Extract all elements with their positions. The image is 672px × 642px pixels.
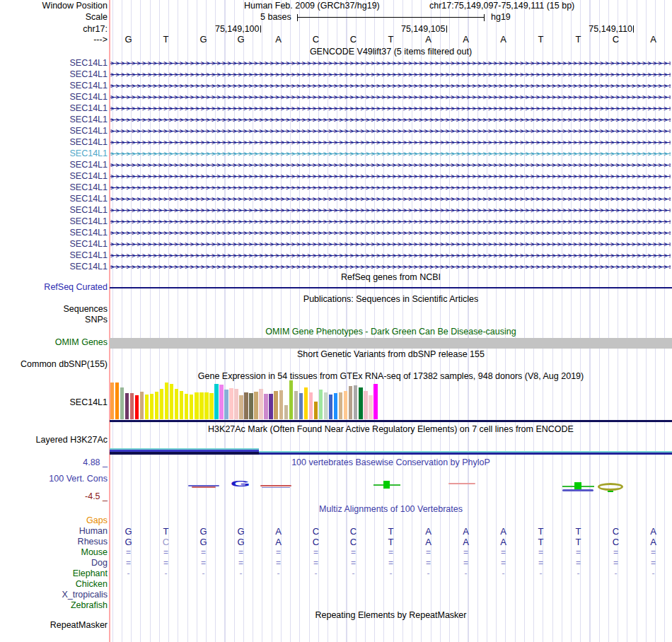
- gencode-row-label[interactable]: SEC14L1: [69, 194, 108, 203]
- gencode-row-label[interactable]: SEC14L1: [69, 205, 108, 214]
- gencode-row-label[interactable]: SEC14L1: [69, 160, 108, 169]
- gtex-tissue-bar[interactable]: [254, 392, 258, 419]
- gtex-tissue-bar[interactable]: [349, 386, 353, 419]
- sequences-label[interactable]: Sequences: [63, 305, 108, 314]
- gtex-tissue-bar[interactable]: [209, 393, 214, 419]
- gencode-transcript-line[interactable]: >>>>>>>>>>>>>>>>>>>>>>>>>>>>>>>>>>>>>>>>…: [110, 228, 671, 239]
- gencode-row-label[interactable]: SEC14L1: [69, 126, 108, 135]
- gencode-row-label[interactable]: SEC14L1: [69, 115, 108, 124]
- gencode-track-title[interactable]: GENCODE V49lift37 (5 items filtered out): [110, 47, 672, 57]
- gtex-tissue-bar[interactable]: [170, 384, 174, 419]
- gencode-row-label[interactable]: SEC14L1: [69, 81, 108, 90]
- gencode-transcript-line[interactable]: >>>>>>>>>>>>>>>>>>>>>>>>>>>>>>>>>>>>>>>>…: [110, 216, 671, 228]
- gtex-tissue-bar[interactable]: [229, 388, 233, 419]
- gtex-tissue-bar[interactable]: [294, 391, 299, 419]
- gtex-tissue-bar[interactable]: [319, 390, 323, 419]
- gtex-tissue-bar[interactable]: [309, 392, 313, 419]
- gtex-tissue-bar[interactable]: [145, 395, 149, 419]
- gencode-transcript-line[interactable]: >>>>>>>>>>>>>>>>>>>>>>>>>>>>>>>>>>>>>>>>…: [110, 69, 671, 81]
- gencode-transcript-line[interactable]: >>>>>>>>>>>>>>>>>>>>>>>>>>>>>>>>>>>>>>>>…: [110, 182, 671, 194]
- multiz-species-label-rhesus[interactable]: Rhesus: [78, 537, 108, 546]
- gtex-tissue-bar[interactable]: [214, 384, 219, 419]
- gencode-row-label[interactable]: SEC14L1: [69, 171, 108, 180]
- gencode-transcript-line[interactable]: >>>>>>>>>>>>>>>>>>>>>>>>>>>>>>>>>>>>>>>>…: [110, 250, 671, 262]
- gtex-tissue-bar[interactable]: [373, 384, 378, 419]
- gtex-tissue-bar[interactable]: [239, 395, 243, 419]
- repeatmasker-track-title[interactable]: Repeating Elements by RepeatMasker: [110, 611, 672, 620]
- gtex-tissue-bar[interactable]: [125, 393, 129, 419]
- gtex-tissue-bar[interactable]: [359, 387, 363, 419]
- gencode-row-label[interactable]: SEC14L1: [69, 92, 108, 101]
- gencode-row-label[interactable]: SEC14L1: [69, 182, 108, 192]
- refseq-curated-label[interactable]: RefSeq Curated: [44, 283, 108, 292]
- multiz-species-label-dog[interactable]: Dog: [91, 558, 108, 567]
- gencode-transcript-line[interactable]: >>>>>>>>>>>>>>>>>>>>>>>>>>>>>>>>>>>>>>>>…: [110, 194, 671, 205]
- gtex-tissue-bar[interactable]: [185, 394, 189, 419]
- common-dbsnp-label[interactable]: Common dbSNP(155): [21, 360, 108, 369]
- gtex-tissue-bar[interactable]: [180, 391, 184, 419]
- gtex-tissue-bar[interactable]: [140, 392, 144, 419]
- gencode-row-label[interactable]: SEC14L1: [69, 69, 108, 78]
- gtex-tissue-bar[interactable]: [339, 392, 343, 419]
- gtex-tissue-bar[interactable]: [264, 394, 268, 419]
- layered-h3k27ac-label[interactable]: Layered H3K27Ac: [36, 436, 108, 445]
- h3k27ac-track-title[interactable]: H3K27Ac Mark (Often Found Near Active Re…: [110, 425, 672, 434]
- gtex-tissue-bar[interactable]: [289, 380, 294, 419]
- gencode-row-label[interactable]: SEC14L1: [69, 228, 108, 237]
- multiz-track-title[interactable]: Multiz Alignments of 100 Vertebrates: [110, 505, 672, 514]
- gtex-tissue-bar[interactable]: [150, 394, 154, 419]
- gtex-tissue-bar[interactable]: [219, 385, 224, 419]
- gtex-tissue-bar[interactable]: [329, 395, 333, 419]
- gencode-row-label[interactable]: SEC14L1: [69, 216, 108, 226]
- gtex-tissue-bar[interactable]: [364, 391, 368, 419]
- gtex-tissue-bar[interactable]: [334, 393, 338, 419]
- gtex-tissue-bar[interactable]: [190, 395, 194, 419]
- gtex-tissue-bar[interactable]: [195, 392, 199, 419]
- gencode-row-label[interactable]: SEC14L1: [69, 137, 108, 146]
- gtex-tissue-bar[interactable]: [304, 387, 308, 419]
- gencode-transcript-line[interactable]: >>>>>>>>>>>>>>>>>>>>>>>>>>>>>>>>>>>>>>>>…: [110, 137, 671, 148]
- repeatmasker-label[interactable]: RepeatMasker: [50, 621, 108, 630]
- gtex-track-title[interactable]: Gene Expression in 54 tissues from GTEx …: [110, 372, 672, 381]
- multiz-species-label-mouse[interactable]: Mouse: [81, 547, 108, 556]
- gencode-transcript-line[interactable]: >>>>>>>>>>>>>>>>>>>>>>>>>>>>>>>>>>>>>>>>…: [110, 160, 671, 171]
- multiz-species-label-elephant[interactable]: Elephant: [73, 568, 108, 578]
- conservation-label[interactable]: 100 Vert. Cons: [49, 474, 108, 484]
- gtex-tissue-bar[interactable]: [369, 395, 373, 419]
- gencode-row-label[interactable]: SEC14L1: [69, 148, 108, 158]
- gtex-tissue-bar[interactable]: [204, 392, 209, 419]
- gencode-transcript-line[interactable]: >>>>>>>>>>>>>>>>>>>>>>>>>>>>>>>>>>>>>>>>…: [110, 239, 671, 250]
- gencode-transcript-line[interactable]: >>>>>>>>>>>>>>>>>>>>>>>>>>>>>>>>>>>>>>>>…: [110, 103, 671, 115]
- gencode-transcript-line[interactable]: >>>>>>>>>>>>>>>>>>>>>>>>>>>>>>>>>>>>>>>>…: [110, 148, 671, 160]
- gtex-tissue-bar[interactable]: [155, 392, 159, 419]
- gtex-tissue-bar[interactable]: [175, 389, 179, 419]
- multiz-species-label-chicken[interactable]: Chicken: [76, 579, 108, 588]
- conservation-track-title[interactable]: 100 vertebrates Basewise Conservation by…: [110, 458, 672, 467]
- omim-genes-label[interactable]: OMIM Genes: [55, 338, 108, 347]
- multiz-species-label-human[interactable]: Human: [79, 526, 108, 535]
- gencode-transcript-line[interactable]: >>>>>>>>>>>>>>>>>>>>>>>>>>>>>>>>>>>>>>>>…: [110, 262, 671, 273]
- gtex-tissue-bar[interactable]: [130, 393, 134, 419]
- gtex-gene-label[interactable]: SEC14L1: [69, 398, 108, 407]
- gtex-tissue-bar[interactable]: [269, 394, 273, 419]
- gtex-tissue-bar[interactable]: [234, 389, 238, 419]
- multiz-species-label-x_tropicalis[interactable]: X_tropicalis: [62, 590, 108, 599]
- gtex-tissue-bar[interactable]: [274, 391, 278, 419]
- gtex-tissue-bar[interactable]: [354, 385, 358, 419]
- gtex-tissue-bar[interactable]: [115, 383, 120, 419]
- publications-track-title[interactable]: Publications: Sequences in Scientific Ar…: [110, 295, 672, 304]
- gtex-tissue-bar[interactable]: [160, 389, 164, 419]
- gtex-tissue-bar[interactable]: [324, 392, 328, 419]
- gencode-transcript-line[interactable]: >>>>>>>>>>>>>>>>>>>>>>>>>>>>>>>>>>>>>>>>…: [110, 205, 671, 216]
- refseq-track-title[interactable]: RefSeq genes from NCBI: [110, 273, 672, 282]
- refseq-curated-item[interactable]: [110, 287, 672, 288]
- gtex-tissue-bar[interactable]: [249, 393, 253, 419]
- gencode-transcript-line[interactable]: >>>>>>>>>>>>>>>>>>>>>>>>>>>>>>>>>>>>>>>>…: [110, 58, 671, 69]
- snps-label[interactable]: SNPs: [85, 315, 108, 325]
- gencode-row-label[interactable]: SEC14L1: [69, 239, 108, 248]
- gencode-transcript-line[interactable]: >>>>>>>>>>>>>>>>>>>>>>>>>>>>>>>>>>>>>>>>…: [110, 115, 671, 126]
- gencode-row-label[interactable]: SEC14L1: [69, 58, 108, 67]
- gencode-transcript-line[interactable]: >>>>>>>>>>>>>>>>>>>>>>>>>>>>>>>>>>>>>>>>…: [110, 92, 671, 103]
- gtex-tissue-bar[interactable]: [224, 390, 228, 419]
- gtex-tissue-bar[interactable]: [244, 392, 248, 419]
